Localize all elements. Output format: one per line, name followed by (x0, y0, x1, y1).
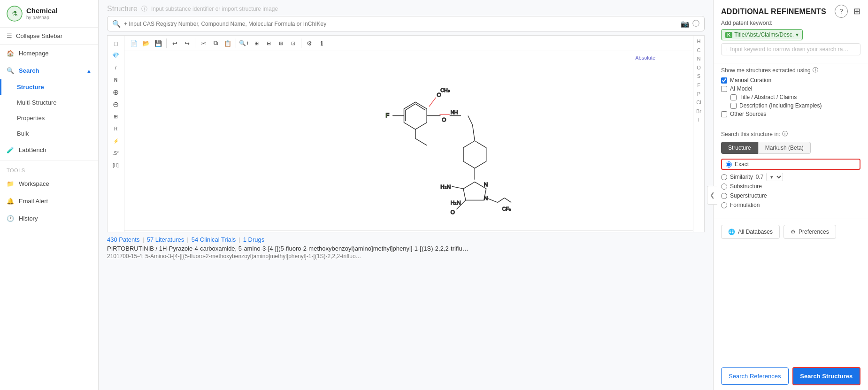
collapse-sidebar-button[interactable]: ☰ Collapse Sidebar (0, 28, 98, 45)
cut-btn[interactable]: ✂ (198, 38, 209, 49)
sidebar-sub-item-bulk[interactable]: Bulk (0, 126, 98, 141)
formulation-radio[interactable] (721, 202, 727, 208)
markush-tab[interactable]: Markush (Beta) (758, 142, 811, 154)
keyword-input-wrap[interactable]: + Input keyword to narrow down your sear… (721, 43, 860, 55)
select-tool[interactable]: ⬚ (109, 38, 123, 49)
search-info-icon[interactable]: ⓘ (692, 19, 699, 28)
preferences-label: Preferences (799, 229, 829, 235)
search-structure-in-label: Search this structure in: (721, 131, 780, 138)
email-alert-icon: 🔔 (7, 198, 14, 205)
search-input[interactable] (124, 21, 678, 27)
search-in-info-icon[interactable]: ⓘ (782, 130, 788, 138)
workspace-icon: 📁 (7, 180, 14, 187)
structures-info-icon[interactable]: ⓘ (813, 66, 818, 74)
cl-letter[interactable]: Cl (696, 99, 701, 107)
sidebar-sub-item-properties[interactable]: Properties (0, 110, 98, 126)
toolbar-divider (166, 38, 167, 48)
n-label[interactable]: N (109, 74, 123, 85)
sidebar-item-search[interactable]: 🔍 Search ▲ (0, 62, 98, 79)
eraser-tool[interactable]: 💎 (109, 50, 123, 61)
sidebar-divider (0, 161, 98, 161)
help-button[interactable]: ? (835, 5, 848, 18)
substructure-radio[interactable] (721, 184, 727, 190)
h-tool[interactable]: [H] (109, 160, 123, 171)
manual-curation-checkbox[interactable] (721, 77, 727, 84)
description-checkbox[interactable] (730, 103, 737, 109)
br-letter[interactable]: Br (696, 107, 701, 116)
multi-structure-label: Multi-Structure (17, 99, 57, 106)
similarity-radio[interactable] (721, 174, 727, 180)
other-sources-checkbox[interactable] (721, 111, 727, 117)
search-structures-button[interactable]: Search Structures (792, 367, 861, 385)
structure-tab[interactable]: Structure (721, 142, 758, 154)
sidebar-item-history[interactable]: 🕐 History (0, 210, 98, 227)
exact-radio[interactable] (726, 161, 732, 168)
paste-btn[interactable]: 📋 (222, 38, 233, 49)
molecule-canvas[interactable]: Absolute O CH₃ (124, 51, 693, 230)
i-letter[interactable]: I (698, 116, 699, 124)
structures-section: Show me structures extracted using ⓘ Man… (714, 66, 868, 124)
drugs-link[interactable]: 1 Drugs (243, 236, 265, 243)
grid2-btn[interactable]: ⊟ (263, 38, 274, 49)
info-btn[interactable]: ℹ (316, 38, 327, 49)
sidebar-item-homepage[interactable]: 🏠 Homepage (0, 45, 98, 62)
panel-toggle-btn[interactable]: ❮ (707, 186, 717, 205)
similarity-select[interactable]: ▾ (766, 173, 783, 181)
editor-container: 📄 📂 💾 ↩ ↪ ✂ ⧉ 📋 🔍+ ⊞ ⊟ ⊠ ⊡ (124, 35, 693, 232)
bond-tool[interactable]: / (109, 62, 123, 73)
sidebar-sub-item-multi-structure[interactable]: Multi-Structure (0, 95, 98, 110)
settings-btn[interactable]: ⚙ (304, 38, 315, 49)
save-btn[interactable]: 💾 (153, 38, 164, 49)
sidebar-sub-item-structure[interactable]: Structure (0, 79, 98, 95)
h-letter[interactable]: H (697, 38, 701, 46)
superstructure-radio[interactable] (721, 193, 727, 199)
zoom-out[interactable]: ⊖ (109, 99, 123, 110)
keyword-type-icon: K (725, 32, 732, 38)
c-letter[interactable]: C (697, 46, 701, 55)
result-links: 430 Patents | 57 Literatures | 54 Clinic… (107, 236, 705, 243)
copy-btn[interactable]: ⧉ (210, 38, 221, 49)
preferences-btn[interactable]: ⚙ Preferences (784, 225, 836, 239)
sidebar-item-workspace[interactable]: 📁 Workspace (0, 175, 98, 192)
content-area: Structure ⓘ Input substance identifier o… (99, 0, 713, 390)
ai-model-checkbox[interactable] (721, 86, 727, 92)
sidebar-item-labbench[interactable]: 🧪 LabBench (0, 141, 98, 159)
redo-btn[interactable]: ↪ (181, 38, 192, 49)
grid1-btn[interactable]: ⊞ (251, 38, 262, 49)
panel-divider3 (714, 219, 868, 219)
undo-btn[interactable]: ↩ (169, 38, 180, 49)
o-letter[interactable]: O (697, 64, 701, 72)
r-group[interactable]: R (109, 123, 123, 134)
sidebar: ⚗ Chemical by patsnap ☰ Collapse Sidebar… (0, 0, 99, 390)
svg-line-16 (468, 115, 473, 124)
literatures-link[interactable]: 57 Literatures (147, 236, 184, 243)
svg-text:⚗: ⚗ (12, 10, 18, 17)
stereo-tool[interactable]: ⚡ (109, 135, 123, 146)
open-file-btn[interactable]: 📂 (140, 38, 152, 49)
apps-button[interactable]: ⊞ (853, 6, 860, 16)
title-abstract-checkbox[interactable] (730, 94, 737, 100)
f-letter[interactable]: F (697, 81, 700, 90)
sidebar-item-label: Email Alert (19, 198, 48, 205)
p-letter[interactable]: P (697, 90, 700, 99)
zoom-in[interactable]: ⊕ (109, 86, 123, 98)
new-file-btn[interactable]: 📄 (128, 38, 139, 49)
clinical-trials-link[interactable]: 54 Clinical Trials (192, 236, 236, 243)
all-databases-btn[interactable]: 🌐 All Databases (721, 225, 780, 239)
s-tool[interactable]: .S* (109, 147, 123, 159)
patents-link[interactable]: 430 Patents (107, 236, 139, 243)
search-in-tabs: Structure Markush (Beta) (721, 142, 860, 154)
grid4-btn[interactable]: ⊡ (287, 38, 299, 49)
camera-icon[interactable]: 📷 (681, 20, 690, 28)
homepage-icon: 🏠 (7, 50, 14, 57)
grid3-btn[interactable]: ⊠ (275, 38, 286, 49)
s-letter[interactable]: S (697, 72, 700, 81)
zoom-search-btn[interactable]: 🔍+ (238, 38, 250, 49)
svg-text:H₂N: H₂N (441, 184, 451, 190)
superstructure-label: Superstructure (730, 192, 767, 199)
search-references-button[interactable]: Search References (721, 367, 789, 385)
sidebar-item-email-alert[interactable]: 🔔 Email Alert (0, 192, 98, 210)
n-letter[interactable]: N (697, 55, 701, 63)
vertical-adjust[interactable]: ⊞ (109, 111, 123, 122)
keyword-dropdown[interactable]: K Title/Abst./Claims/Desc. ▾ (721, 29, 803, 40)
